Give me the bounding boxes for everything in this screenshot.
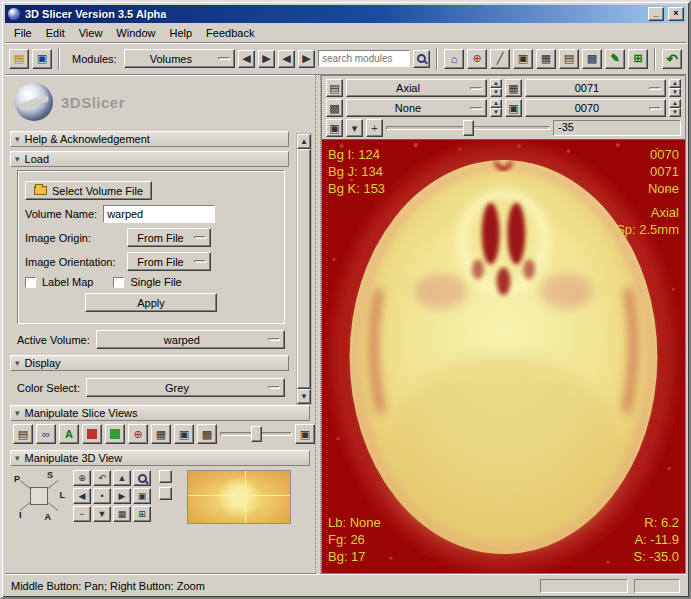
module-search-input[interactable] bbox=[318, 50, 410, 67]
section-help-acknowledgement[interactable]: ▾ Help & Acknowledgement bbox=[10, 131, 289, 147]
volume-name-input[interactable] bbox=[103, 205, 215, 223]
look-up-button[interactable]: ▲ bbox=[113, 470, 131, 486]
background-volume-dropdown[interactable]: 0070 bbox=[525, 99, 666, 117]
menu-feedback[interactable]: Feedback bbox=[199, 25, 261, 41]
select-volume-file-button[interactable]: Select Volume File bbox=[25, 181, 152, 200]
color-select-dropdown[interactable]: Grey bbox=[86, 378, 285, 397]
panel-scrollbar[interactable]: ▲ ▼ bbox=[296, 133, 312, 405]
scroll-down-icon[interactable]: ▼ bbox=[297, 389, 311, 404]
volume-render-button[interactable]: ▩ bbox=[582, 49, 602, 69]
slice-offset-value[interactable]: -35 bbox=[553, 120, 681, 136]
title-bar[interactable]: 3D Slicer Version 3.5 Alpha _ × bbox=[5, 5, 686, 23]
axis-letter-s[interactable]: S bbox=[47, 470, 53, 480]
label-layer-button[interactable]: ▩ bbox=[326, 99, 343, 117]
crosshair-button[interactable]: ⊕ bbox=[128, 424, 148, 444]
slice-visibility-button[interactable]: ▤ bbox=[326, 79, 343, 97]
fg-bg-toggle-button[interactable] bbox=[105, 424, 125, 444]
spin-up-icon[interactable]: ▲ bbox=[490, 99, 502, 108]
section-load[interactable]: ▾ Load bbox=[10, 151, 289, 167]
minimize-button[interactable]: _ bbox=[648, 7, 664, 21]
spin-up-icon[interactable]: ▲ bbox=[669, 99, 681, 108]
modules-prev-button[interactable]: ◀ bbox=[278, 50, 295, 68]
apply-button[interactable]: Apply bbox=[85, 293, 217, 312]
fade-slider[interactable] bbox=[220, 425, 292, 443]
foreground-volume-dropdown[interactable]: 0071 bbox=[525, 79, 666, 97]
slice-link-button[interactable]: ∞ bbox=[36, 424, 56, 444]
section-manipulate-slice-views[interactable]: ▾ Manipulate Slice Views bbox=[10, 405, 310, 421]
label-opacity-button[interactable] bbox=[82, 424, 102, 444]
zoom-glass-button[interactable] bbox=[133, 470, 151, 486]
modules-next-button[interactable]: ▶ bbox=[298, 50, 315, 68]
slice-offset-slider[interactable] bbox=[386, 119, 550, 137]
undo-button[interactable]: ↶ bbox=[662, 49, 682, 69]
compare-view-button[interactable]: ▣ bbox=[174, 424, 194, 444]
look-down-button[interactable]: ▼ bbox=[93, 506, 111, 522]
axis-letter-i[interactable]: I bbox=[19, 510, 22, 520]
menu-edit[interactable]: Edit bbox=[39, 25, 72, 41]
center-view-button[interactable]: • bbox=[93, 488, 111, 504]
section-manipulate-3d-view[interactable]: ▾ Manipulate 3D View bbox=[10, 450, 310, 466]
modules-history-back-button[interactable]: ◀ bbox=[238, 50, 255, 68]
spin-down-icon[interactable]: ▼ bbox=[490, 108, 502, 117]
image-orientation-dropdown[interactable]: From File bbox=[127, 252, 211, 271]
save-scene-button[interactable]: ▣ bbox=[32, 49, 52, 69]
slice-plus-button[interactable]: + bbox=[366, 119, 383, 137]
modules-dropdown[interactable]: Volumes bbox=[124, 49, 235, 68]
layout-button[interactable]: ▦ bbox=[536, 49, 556, 69]
close-button[interactable]: × bbox=[668, 7, 684, 21]
axial-slice-view[interactable]: Bg I: 124Bg J: 134Bg K: 153 00700071None… bbox=[322, 140, 685, 573]
screenshot-button[interactable]: ▣ bbox=[513, 49, 533, 69]
axis-letter-p[interactable]: P bbox=[14, 474, 20, 484]
module-search-button[interactable] bbox=[413, 50, 430, 68]
label-map-checkbox[interactable] bbox=[25, 277, 36, 288]
foreground-layer-button[interactable]: ▦ bbox=[505, 79, 522, 97]
home-module-button[interactable]: ⌂ bbox=[444, 49, 464, 69]
navigation-preview-image[interactable] bbox=[187, 470, 291, 524]
spin-down-icon[interactable]: ▼ bbox=[669, 88, 681, 97]
ruler-button[interactable]: ╱ bbox=[490, 49, 510, 69]
single-file-checkbox[interactable] bbox=[113, 277, 124, 288]
axis-letter-l[interactable]: L bbox=[60, 490, 66, 500]
grid-toggle-button[interactable]: ▦ bbox=[151, 424, 171, 444]
axis-orientation-widget[interactable]: P S L I A bbox=[13, 470, 65, 522]
menu-file[interactable]: File bbox=[7, 25, 39, 41]
load-scene-button[interactable]: ▤ bbox=[9, 49, 29, 69]
label-volume-dropdown[interactable]: None bbox=[346, 99, 487, 117]
section-display[interactable]: ▾ Display bbox=[10, 355, 289, 371]
look-right-button[interactable]: ▶ bbox=[113, 488, 131, 504]
background-layer-button[interactable]: ▣ bbox=[505, 99, 522, 117]
slider-thumb[interactable] bbox=[251, 426, 262, 442]
modules-history-forward-button[interactable]: ▶ bbox=[258, 50, 275, 68]
zoom-in-button[interactable]: ⊕ bbox=[73, 470, 91, 486]
fiducial-button[interactable]: ⊕ bbox=[467, 49, 487, 69]
orientation-dropdown[interactable]: Axial bbox=[346, 79, 487, 97]
spin-up-icon[interactable]: ▲ bbox=[490, 79, 502, 88]
slider-thumb[interactable] bbox=[463, 120, 474, 136]
menu-view[interactable]: View bbox=[72, 25, 110, 41]
menu-help[interactable]: Help bbox=[162, 25, 199, 41]
extensions-button[interactable]: ⊞ bbox=[628, 49, 648, 69]
zoom-out-button[interactable]: − bbox=[73, 506, 91, 522]
look-left-button[interactable]: ◀ bbox=[73, 488, 91, 504]
slice-options-button[interactable]: ▾ bbox=[346, 119, 363, 137]
spin-down-icon[interactable]: ▼ bbox=[490, 88, 502, 97]
slice-menu-button[interactable]: ▣ bbox=[326, 119, 343, 137]
active-volume-dropdown[interactable]: warped bbox=[96, 330, 285, 349]
ortho-button[interactable]: ⊞ bbox=[133, 506, 151, 522]
annotation-button[interactable]: A bbox=[59, 424, 79, 444]
image-origin-dropdown[interactable]: From File bbox=[127, 228, 211, 247]
stereo-button[interactable]: ▣ bbox=[133, 488, 151, 504]
visibility-toggle[interactable] bbox=[159, 470, 172, 483]
scroll-up-icon[interactable]: ▲ bbox=[297, 134, 311, 149]
editor-button[interactable]: ✎ bbox=[605, 49, 625, 69]
spin-down-icon[interactable]: ▼ bbox=[669, 108, 681, 117]
spin-up-icon[interactable]: ▲ bbox=[669, 79, 681, 88]
slice-layers-button[interactable]: ▤ bbox=[13, 424, 33, 444]
rock-button[interactable]: ▦ bbox=[113, 506, 131, 522]
more-views-button[interactable]: ▩ bbox=[197, 424, 217, 444]
spin-button[interactable]: ↶ bbox=[93, 470, 111, 486]
layers-button[interactable]: ▤ bbox=[559, 49, 579, 69]
scrollbar-thumb[interactable] bbox=[297, 149, 311, 389]
axis-letter-a[interactable]: A bbox=[45, 512, 52, 522]
spin-toggle[interactable] bbox=[159, 487, 172, 500]
